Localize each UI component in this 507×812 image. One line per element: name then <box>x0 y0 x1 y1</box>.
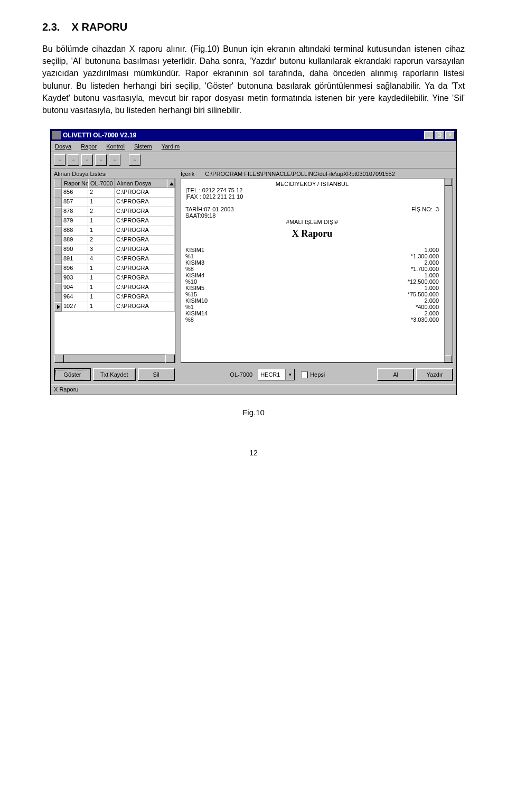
window-title: OLIVETTI OL-7000 V2.19 <box>63 132 423 139</box>
cell-ol: 2 <box>88 236 115 245</box>
cell-no: 1027 <box>62 302 88 312</box>
report-line: %8*3.030.000 <box>185 316 439 323</box>
toolbar-btn-2[interactable]: ▫ <box>68 154 79 166</box>
table-row[interactable]: 9041C:\PROGRA <box>54 283 175 293</box>
table-row[interactable]: 8571C:\PROGRA <box>54 198 175 207</box>
report-rows: KISIM11.000%1*1.300.000KISIM32.000%8*1.7… <box>185 247 439 323</box>
cell-no: 904 <box>62 283 88 293</box>
grid-header-no[interactable]: Rapor No <box>62 179 88 188</box>
row-selector[interactable] <box>54 255 62 264</box>
file-grid[interactable]: Rapor No OL-7000 Alınan Dosya 8562C:\PRO… <box>54 178 175 363</box>
toolbar: ▫ ▫ ▫ ▫ ▫ ▫ <box>51 152 456 169</box>
cell-ol: 1 <box>88 274 115 283</box>
table-row[interactable]: 9641C:\PROGRA <box>54 293 175 302</box>
sil-button[interactable]: Sil <box>138 368 175 381</box>
cell-path: C:\PROGRA <box>115 207 175 217</box>
goster-button[interactable]: Göster <box>54 368 91 381</box>
report-date-line: TARİH:07-01-2003 FİŞ NO: 3 <box>185 206 439 212</box>
report-mali: #MALİ İŞLEM DIŞI# <box>185 219 439 225</box>
cell-no: 891 <box>62 255 88 264</box>
table-row[interactable]: 8892C:\PROGRA <box>54 236 175 245</box>
content-path: C:\PROGRAM FILES\PINNACLE\POLLING\duFile… <box>205 171 453 177</box>
al-button[interactable]: Al <box>377 368 414 381</box>
app-icon <box>52 131 61 139</box>
horizontal-scrollbar[interactable] <box>54 354 175 362</box>
menu-yardim[interactable]: Yardım <box>162 143 180 150</box>
table-row[interactable]: 8791C:\PROGRA <box>54 217 175 226</box>
row-selector[interactable] <box>54 293 62 302</box>
section-heading: 2.3. X RAPORU <box>42 21 465 33</box>
report-header: MECIDIYEKOY / ISTANBUL <box>185 181 439 187</box>
report-line: %15*75.500.000 <box>185 291 439 297</box>
page-number: 12 <box>42 449 465 457</box>
row-selector[interactable] <box>54 198 62 207</box>
row-selector[interactable] <box>54 207 62 217</box>
table-row[interactable]: 8903C:\PROGRA <box>54 245 175 255</box>
table-row[interactable]: 8914C:\PROGRA <box>54 255 175 264</box>
cell-path: C:\PROGRA <box>115 283 175 293</box>
table-row[interactable]: 8562C:\PROGRA <box>54 188 175 198</box>
close-button[interactable]: × <box>445 131 455 139</box>
table-row[interactable]: 8881C:\PROGRA <box>54 226 175 236</box>
toolbar-btn-4[interactable]: ▫ <box>95 154 107 166</box>
body-paragraph: Bu bölümde cihazdan X raporu alınır. (Fi… <box>42 43 465 116</box>
maximize-button[interactable]: □ <box>435 131 444 139</box>
report-line: KISIM41.000 <box>185 272 439 278</box>
toolbar-btn-5[interactable]: ▫ <box>109 154 120 166</box>
cell-no: 888 <box>62 226 88 236</box>
cell-no: 889 <box>62 236 88 245</box>
row-selector[interactable] <box>54 236 62 245</box>
device-combo[interactable]: HECR1 <box>258 369 295 380</box>
row-selector[interactable] <box>54 274 62 283</box>
row-selector[interactable] <box>54 264 62 274</box>
menu-dosya[interactable]: Dosya <box>55 143 71 150</box>
row-selector[interactable] <box>54 188 62 198</box>
menu-sistem[interactable]: Sistem <box>134 143 152 150</box>
cell-path: C:\PROGRA <box>115 245 175 255</box>
grid-header-ol[interactable]: OL-7000 <box>88 179 115 188</box>
toolbar-btn-1[interactable]: ▫ <box>54 154 65 166</box>
grid-header-path[interactable]: Alınan Dosya <box>115 179 167 188</box>
grid-body[interactable]: 8562C:\PROGRA8571C:\PROGRA8782C:\PROGRA8… <box>54 188 175 354</box>
figure-label: Fig.10 <box>42 408 465 417</box>
minimize-button[interactable]: _ <box>424 131 434 139</box>
statusbar: X Raporu <box>51 384 456 395</box>
report-line: %8*1.700.000 <box>185 266 439 272</box>
row-selector[interactable] <box>54 302 62 312</box>
table-row[interactable]: 8961C:\PROGRA <box>54 264 175 274</box>
toolbar-btn-6[interactable]: ▫ <box>129 154 140 166</box>
menubar: Dosya Rapor Kontrol Sistem Yardım <box>51 141 456 152</box>
titlebar: OLIVETTI OL-7000 V2.19 _ □ × <box>51 129 456 141</box>
cell-path: C:\PROGRA <box>115 274 175 283</box>
cell-no: 856 <box>62 188 88 198</box>
cell-ol: 3 <box>88 245 115 255</box>
menu-kontrol[interactable]: Kontrol <box>106 143 125 150</box>
txt-kaydet-button[interactable]: Txt Kaydet <box>93 368 136 381</box>
scroll-up-button[interactable] <box>445 179 452 186</box>
table-row[interactable]: 10271C:\PROGRA <box>54 302 175 312</box>
report-line: KISIM11.000 <box>185 247 439 253</box>
menu-rapor[interactable]: Rapor <box>81 143 97 150</box>
cell-ol: 2 <box>88 188 115 198</box>
table-row[interactable]: 8782C:\PROGRA <box>54 207 175 217</box>
cell-ol: 1 <box>88 302 115 312</box>
table-row[interactable]: 9031C:\PROGRA <box>54 274 175 283</box>
row-selector[interactable] <box>54 245 62 255</box>
grid-header-row: Rapor No OL-7000 Alınan Dosya <box>54 179 175 188</box>
vertical-scrollbar[interactable] <box>444 179 453 362</box>
yazdir-button[interactable]: Yazdır <box>416 368 453 381</box>
scroll-down-button[interactable] <box>445 355 452 362</box>
row-selector[interactable] <box>54 283 62 293</box>
cell-path: C:\PROGRA <box>115 217 175 226</box>
scroll-up-icon[interactable] <box>167 179 175 188</box>
row-selector[interactable] <box>54 217 62 226</box>
right-pane: İçerik C:\PROGRAM FILES\PINNACLE\POLLING… <box>181 171 453 363</box>
cell-ol: 1 <box>88 293 115 302</box>
row-selector[interactable] <box>54 226 62 236</box>
toolbar-btn-3[interactable]: ▫ <box>81 154 93 166</box>
report-line: KISIM142.000 <box>185 310 439 316</box>
cell-no: 903 <box>62 274 88 283</box>
cell-path: C:\PROGRA <box>115 293 175 302</box>
hepsi-checkbox[interactable] <box>301 371 308 378</box>
grid-corner <box>54 179 62 188</box>
